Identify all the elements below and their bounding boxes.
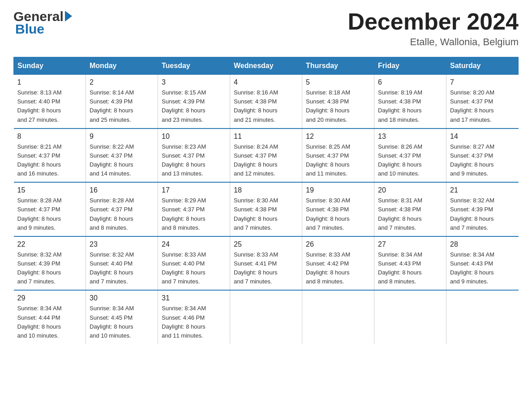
day-number: 4 (234, 78, 298, 86)
page-header: General Blue December 2024 Etalle, Wallo… (13, 9, 519, 48)
calendar-day-cell: 5Sunrise: 8:18 AM Sunset: 4:38 PM Daylig… (302, 75, 374, 128)
weekday-header-wednesday: Wednesday (230, 57, 302, 75)
day-info: Sunrise: 8:30 AM Sunset: 4:38 PM Dayligh… (234, 196, 298, 232)
day-info: Sunrise: 8:31 AM Sunset: 4:38 PM Dayligh… (378, 196, 442, 232)
calendar-week-row: 8Sunrise: 8:21 AM Sunset: 4:37 PM Daylig… (14, 128, 519, 183)
day-info: Sunrise: 8:34 AM Sunset: 4:44 PM Dayligh… (17, 304, 82, 340)
calendar-day-cell: 9Sunrise: 8:22 AM Sunset: 4:37 PM Daylig… (86, 128, 158, 183)
calendar-day-cell: 2Sunrise: 8:14 AM Sunset: 4:39 PM Daylig… (86, 75, 158, 128)
day-info: Sunrise: 8:28 AM Sunset: 4:37 PM Dayligh… (17, 196, 82, 232)
title-block: December 2024 Etalle, Wallonia, Belgium (348, 9, 519, 48)
day-number: 31 (162, 294, 226, 302)
day-number: 23 (90, 240, 154, 248)
calendar-empty-cell (302, 290, 374, 344)
day-info: Sunrise: 8:14 AM Sunset: 4:39 PM Dayligh… (90, 88, 154, 124)
day-info: Sunrise: 8:34 AM Sunset: 4:43 PM Dayligh… (378, 250, 442, 287)
weekday-header-tuesday: Tuesday (158, 57, 230, 75)
day-number: 27 (378, 240, 442, 248)
day-number: 17 (162, 186, 226, 194)
calendar-week-row: 29Sunrise: 8:34 AM Sunset: 4:44 PM Dayli… (14, 290, 519, 344)
calendar-empty-cell (230, 290, 302, 344)
day-info: Sunrise: 8:16 AM Sunset: 4:38 PM Dayligh… (234, 88, 298, 124)
calendar-day-cell: 3Sunrise: 8:15 AM Sunset: 4:39 PM Daylig… (158, 75, 230, 128)
day-number: 29 (17, 294, 82, 302)
day-info: Sunrise: 8:32 AM Sunset: 4:40 PM Dayligh… (90, 250, 154, 287)
day-info: Sunrise: 8:26 AM Sunset: 4:37 PM Dayligh… (378, 142, 442, 179)
day-info: Sunrise: 8:33 AM Sunset: 4:40 PM Dayligh… (162, 250, 226, 287)
calendar-day-cell: 26Sunrise: 8:33 AM Sunset: 4:42 PM Dayli… (302, 236, 374, 291)
calendar-day-cell: 11Sunrise: 8:24 AM Sunset: 4:37 PM Dayli… (230, 128, 302, 183)
calendar-day-cell: 24Sunrise: 8:33 AM Sunset: 4:40 PM Dayli… (158, 236, 230, 291)
day-number: 8 (17, 133, 82, 141)
day-number: 2 (90, 78, 154, 86)
day-number: 15 (17, 186, 82, 194)
day-number: 11 (234, 133, 298, 141)
calendar-day-cell: 19Sunrise: 8:30 AM Sunset: 4:38 PM Dayli… (302, 182, 374, 236)
day-info: Sunrise: 8:21 AM Sunset: 4:37 PM Dayligh… (17, 142, 82, 179)
calendar-week-row: 1Sunrise: 8:13 AM Sunset: 4:40 PM Daylig… (14, 75, 519, 128)
calendar-day-cell: 6Sunrise: 8:19 AM Sunset: 4:38 PM Daylig… (374, 75, 446, 128)
day-number: 19 (306, 186, 370, 194)
calendar-empty-cell (374, 290, 446, 344)
day-info: Sunrise: 8:23 AM Sunset: 4:37 PM Dayligh… (162, 142, 226, 179)
calendar-day-cell: 30Sunrise: 8:34 AM Sunset: 4:45 PM Dayli… (86, 290, 158, 344)
day-info: Sunrise: 8:15 AM Sunset: 4:39 PM Dayligh… (162, 88, 226, 124)
logo-blue-text: Blue (13, 21, 72, 37)
day-number: 14 (450, 133, 515, 141)
calendar-day-cell: 31Sunrise: 8:34 AM Sunset: 4:46 PM Dayli… (158, 290, 230, 344)
calendar-day-cell: 13Sunrise: 8:26 AM Sunset: 4:37 PM Dayli… (374, 128, 446, 183)
day-number: 6 (378, 78, 442, 86)
calendar-day-cell: 10Sunrise: 8:23 AM Sunset: 4:37 PM Dayli… (158, 128, 230, 183)
day-number: 28 (450, 240, 515, 248)
day-info: Sunrise: 8:33 AM Sunset: 4:42 PM Dayligh… (306, 250, 370, 287)
day-number: 21 (450, 186, 515, 194)
weekday-header-thursday: Thursday (302, 57, 374, 75)
day-info: Sunrise: 8:18 AM Sunset: 4:38 PM Dayligh… (306, 88, 370, 124)
logo-triangle-icon (65, 11, 72, 21)
calendar-week-row: 22Sunrise: 8:32 AM Sunset: 4:39 PM Dayli… (14, 236, 519, 291)
calendar-title: December 2024 (348, 9, 519, 34)
day-info: Sunrise: 8:32 AM Sunset: 4:39 PM Dayligh… (450, 196, 515, 232)
calendar-week-row: 15Sunrise: 8:28 AM Sunset: 4:37 PM Dayli… (14, 182, 519, 236)
calendar-day-cell: 25Sunrise: 8:33 AM Sunset: 4:41 PM Dayli… (230, 236, 302, 291)
day-number: 22 (17, 240, 82, 248)
day-info: Sunrise: 8:19 AM Sunset: 4:38 PM Dayligh… (378, 88, 442, 124)
calendar-table: SundayMondayTuesdayWednesdayThursdayFrid… (13, 57, 519, 344)
calendar-subtitle: Etalle, Wallonia, Belgium (348, 36, 519, 48)
calendar-day-cell: 15Sunrise: 8:28 AM Sunset: 4:37 PM Dayli… (14, 182, 86, 236)
day-number: 3 (162, 78, 226, 86)
day-info: Sunrise: 8:13 AM Sunset: 4:40 PM Dayligh… (17, 88, 82, 124)
day-number: 13 (378, 133, 442, 141)
weekday-header-sunday: Sunday (14, 57, 86, 75)
calendar-day-cell: 20Sunrise: 8:31 AM Sunset: 4:38 PM Dayli… (374, 182, 446, 236)
day-number: 1 (17, 78, 82, 86)
day-number: 7 (450, 78, 515, 86)
day-info: Sunrise: 8:30 AM Sunset: 4:38 PM Dayligh… (306, 196, 370, 232)
calendar-day-cell: 21Sunrise: 8:32 AM Sunset: 4:39 PM Dayli… (446, 182, 519, 236)
day-info: Sunrise: 8:27 AM Sunset: 4:37 PM Dayligh… (450, 142, 515, 179)
day-info: Sunrise: 8:25 AM Sunset: 4:37 PM Dayligh… (306, 142, 370, 179)
day-info: Sunrise: 8:29 AM Sunset: 4:37 PM Dayligh… (162, 196, 226, 232)
day-number: 5 (306, 78, 370, 86)
day-info: Sunrise: 8:32 AM Sunset: 4:39 PM Dayligh… (17, 250, 82, 287)
calendar-day-cell: 1Sunrise: 8:13 AM Sunset: 4:40 PM Daylig… (14, 75, 86, 128)
day-number: 18 (234, 186, 298, 194)
calendar-day-cell: 4Sunrise: 8:16 AM Sunset: 4:38 PM Daylig… (230, 75, 302, 128)
calendar-empty-cell (446, 290, 519, 344)
calendar-day-cell: 22Sunrise: 8:32 AM Sunset: 4:39 PM Dayli… (14, 236, 86, 291)
day-number: 16 (90, 186, 154, 194)
day-info: Sunrise: 8:34 AM Sunset: 4:46 PM Dayligh… (162, 304, 226, 340)
calendar-day-cell: 27Sunrise: 8:34 AM Sunset: 4:43 PM Dayli… (374, 236, 446, 291)
day-number: 24 (162, 240, 226, 248)
day-number: 20 (378, 186, 442, 194)
calendar-day-cell: 17Sunrise: 8:29 AM Sunset: 4:37 PM Dayli… (158, 182, 230, 236)
day-number: 10 (162, 133, 226, 141)
day-info: Sunrise: 8:22 AM Sunset: 4:37 PM Dayligh… (90, 142, 154, 179)
day-info: Sunrise: 8:33 AM Sunset: 4:41 PM Dayligh… (234, 250, 298, 287)
day-number: 25 (234, 240, 298, 248)
calendar-day-cell: 29Sunrise: 8:34 AM Sunset: 4:44 PM Dayli… (14, 290, 86, 344)
calendar-day-cell: 14Sunrise: 8:27 AM Sunset: 4:37 PM Dayli… (446, 128, 519, 183)
day-number: 30 (90, 294, 154, 302)
calendar-day-cell: 8Sunrise: 8:21 AM Sunset: 4:37 PM Daylig… (14, 128, 86, 183)
calendar-day-cell: 18Sunrise: 8:30 AM Sunset: 4:38 PM Dayli… (230, 182, 302, 236)
